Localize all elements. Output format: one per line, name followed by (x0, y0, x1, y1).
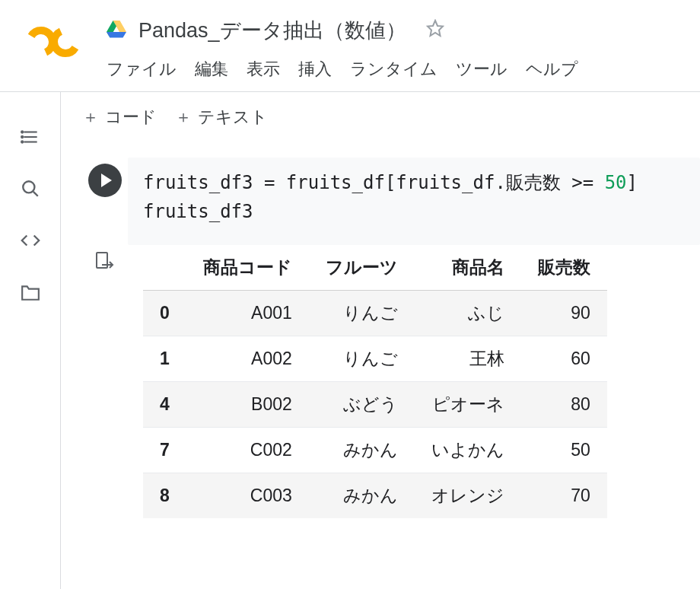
add-text-button[interactable]: ＋ テキスト (175, 106, 268, 129)
menu-help[interactable]: ヘルプ (526, 58, 578, 81)
add-code-button[interactable]: ＋ コード (82, 106, 157, 129)
search-icon[interactable] (20, 178, 41, 199)
table-cell: B002 (186, 381, 309, 427)
output-area: 商品コード フルーツ 商品名 販売数 0A001りんごふじ901A002りんご王… (61, 245, 700, 533)
menu-view[interactable]: 表示 (247, 58, 280, 81)
table-cell: 50 (521, 427, 607, 473)
table-cell: 70 (521, 473, 607, 518)
svg-marker-4 (107, 32, 126, 38)
table-cell: 90 (521, 290, 607, 336)
svg-point-1 (54, 30, 77, 53)
table-cell: りんご (309, 290, 415, 336)
table-row: 7C002みかんいよかん50 (143, 427, 607, 473)
table-cell: ピオーネ (415, 381, 521, 427)
table-row: 4B002ぶどうピオーネ80 (143, 381, 607, 427)
add-text-label: テキスト (198, 106, 268, 129)
row-index: 0 (143, 290, 186, 336)
svg-point-0 (30, 30, 52, 53)
table-cell: 60 (521, 336, 607, 381)
menu-runtime[interactable]: ランタイム (350, 58, 438, 81)
index-header (143, 245, 186, 291)
column-header: フルーツ (309, 245, 415, 291)
table-cell: ぶどう (309, 381, 415, 427)
cell-toolbar: ＋ コード ＋ テキスト (61, 92, 700, 142)
table-cell: みかん (309, 473, 415, 518)
notebook-title[interactable]: Pandas_データ抽出（数値） (138, 17, 406, 44)
svg-point-9 (21, 131, 23, 132)
table-cell: いよかん (415, 427, 521, 473)
star-icon[interactable] (426, 19, 444, 43)
table-row: 8C003みかんオレンジ70 (143, 473, 607, 518)
svg-point-12 (23, 181, 34, 193)
column-header: 商品コード (186, 245, 309, 291)
run-button[interactable] (88, 164, 122, 197)
table-row: 0A001りんごふじ90 (143, 290, 607, 336)
svg-line-13 (33, 192, 37, 196)
row-index: 8 (143, 473, 186, 518)
table-cell: C003 (186, 473, 309, 518)
add-code-label: コード (105, 106, 157, 129)
plus-icon: ＋ (82, 106, 99, 129)
row-index: 4 (143, 381, 186, 427)
svg-point-10 (21, 136, 23, 138)
table-cell: りんご (309, 336, 415, 381)
code-snippets-icon[interactable] (20, 230, 41, 251)
colab-logo[interactable] (0, 9, 107, 59)
table-cell: A001 (186, 290, 309, 336)
row-index: 1 (143, 336, 186, 381)
table-cell: C002 (186, 427, 309, 473)
header: Pandas_データ抽出（数値） ファイル 編集 表示 挿入 ランタイム ツール… (0, 0, 700, 91)
svg-marker-5 (428, 21, 443, 36)
toc-icon[interactable] (20, 126, 41, 148)
table-cell: 80 (521, 381, 607, 427)
dataframe-table: 商品コード フルーツ 商品名 販売数 0A001りんごふじ901A002りんご王… (143, 245, 607, 518)
code-editor[interactable]: fruits_df3 = fruits_df[fruits_df.販売数 >= … (143, 168, 685, 227)
table-cell: オレンジ (415, 473, 521, 518)
menu-file[interactable]: ファイル (107, 58, 177, 81)
column-header: 販売数 (521, 245, 607, 291)
code-cell[interactable]: fruits_df3 = fruits_df[fruits_df.販売数 >= … (61, 142, 700, 245)
table-cell: 王林 (415, 336, 521, 381)
table-cell: みかん (309, 427, 415, 473)
menu-insert[interactable]: 挿入 (298, 58, 332, 81)
svg-point-11 (21, 141, 23, 142)
menu-tools[interactable]: ツール (456, 58, 508, 81)
drive-icon (107, 20, 126, 41)
table-header-row: 商品コード フルーツ 商品名 販売数 (143, 245, 607, 291)
table-cell: A002 (186, 336, 309, 381)
menu-edit[interactable]: 編集 (195, 58, 228, 81)
files-icon[interactable] (20, 282, 41, 303)
menu-bar: ファイル 編集 表示 挿入 ランタイム ツール ヘルプ (107, 58, 700, 81)
table-cell: ふじ (415, 290, 521, 336)
content-area: ＋ コード ＋ テキスト fruits_df3 = fruits_df[frui… (61, 92, 700, 589)
left-sidebar (0, 92, 61, 589)
table-row: 1A002りんご王林60 (143, 336, 607, 381)
plus-icon: ＋ (175, 106, 192, 129)
output-indicator-icon[interactable] (95, 251, 115, 533)
column-header: 商品名 (415, 245, 521, 291)
play-icon (101, 174, 112, 187)
row-index: 7 (143, 427, 186, 473)
